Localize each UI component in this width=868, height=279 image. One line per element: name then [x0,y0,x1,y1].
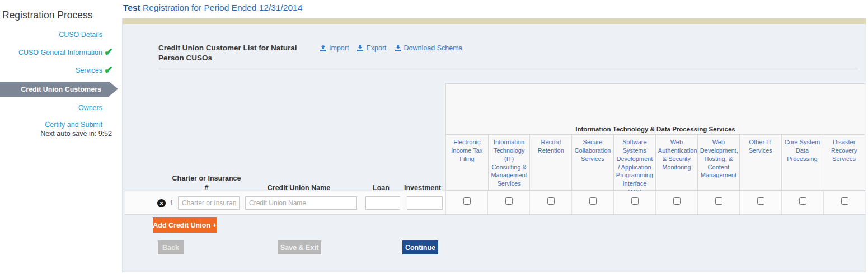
continue-button[interactable]: Continue [402,240,438,254]
download-icon [395,45,402,52]
service-checkbox[interactable] [463,197,471,205]
download-schema-link[interactable]: Download Schema [395,44,463,52]
sidebar-item-credit-union-customers[interactable]: Credit Union Customers [0,82,109,97]
credit-union-customers-panel: Credit Union Customer List for Natural P… [122,18,866,272]
service-checkbox[interactable] [631,197,639,205]
column-header-service: Core System Data Processing [781,135,823,190]
investment-input[interactable] [407,196,443,210]
service-checkbox[interactable] [589,197,597,205]
table-row: ✕ 1 [125,191,865,215]
import-label: Import [329,44,349,52]
service-checkbox-cell [697,191,739,214]
column-header-service: Record Retention [529,135,571,190]
import-icon [320,45,327,52]
column-header-service: Other IT Services [739,135,781,190]
service-checkbox[interactable] [757,197,764,205]
column-header-service: Web Development, Hosting, & Content Mana… [697,135,739,190]
service-checkbox-cell [613,191,655,214]
service-checkboxes [445,191,865,214]
page-title: Test Registration for Period Ended 12/31… [123,3,302,13]
export-label: Export [366,44,386,52]
back-button[interactable]: Back [158,240,184,254]
service-checkbox-cell [823,191,865,214]
save-and-exit-button[interactable]: Save & Exit [278,240,321,254]
sidebar-item-cuso-general-information[interactable]: CUSO General Information [0,49,102,56]
service-checkbox-cell [487,191,529,214]
export-icon [356,45,364,52]
import-link[interactable]: Import [320,44,349,52]
checkmark-icon: ✔ [104,67,119,74]
panel-actions: Import Export Download Schema [320,44,463,52]
service-checkbox[interactable] [547,197,555,205]
services-header-block: Information Technology & Data Processing… [445,83,865,191]
download-schema-label: Download Schema [404,44,463,52]
cuso-registration-page: Registration Process CUSO Details CUSO G… [0,0,868,279]
column-header-service: Secure Collaboration Services [571,135,613,190]
panel-heading: Credit Union Customer List for Natural P… [158,43,318,63]
service-checkbox[interactable] [841,197,848,205]
service-checkbox[interactable] [673,197,681,205]
service-checkbox-cell [445,191,487,214]
remove-row-icon[interactable]: ✕ [157,199,166,207]
column-header-service: Electronic Income Tax Filing [446,135,488,190]
sidebar-item-services[interactable]: Services [0,67,102,74]
autosave-countdown: Next auto save in: 9:52 [0,130,112,138]
loan-input[interactable] [365,196,400,210]
registration-process-sidebar: Registration Process CUSO Details CUSO G… [0,0,122,279]
column-header-service: Software Systems Development / Applicati… [613,135,655,190]
services-group-header: Information Technology & Data Processing… [446,84,865,135]
add-credit-union-button[interactable]: Add Credit Union + [153,217,217,233]
divider [158,69,858,69]
sidebar-item-owners[interactable]: Owners [0,104,102,112]
column-header-service: Disaster Recovery Services [823,135,865,190]
service-checkbox-cell [529,191,571,214]
row-number: 1 [170,198,173,207]
page-title-test: Test [123,3,140,12]
sidebar-title: Registration Process [2,10,92,21]
service-checkbox-cell [781,191,823,214]
column-header-charter: Charter or Insurance # [170,174,243,192]
service-checkbox-cell [571,191,613,214]
sidebar-item-certify-and-submit[interactable]: Certify and Submit [0,121,102,129]
column-header-service: Web Authentication & Security Monitoring [655,135,697,190]
panel-top-bar [123,18,866,24]
page-title-period: Registration for Period Ended 12/31/2014 [140,3,303,12]
service-checkbox[interactable] [715,197,722,205]
export-link[interactable]: Export [356,44,386,52]
service-checkbox[interactable] [505,197,513,205]
service-checkbox-cell [655,191,697,214]
credit-union-name-input[interactable] [245,196,357,210]
charter-or-insurance-input[interactable] [178,196,240,210]
column-header-service: Information Technology (IT) Consulting &… [488,135,530,190]
sidebar-item-cuso-details[interactable]: CUSO Details [0,31,102,39]
service-checkbox[interactable] [799,197,806,205]
checkmark-icon: ✔ [104,49,119,56]
service-checkbox-cell [739,191,781,214]
services-column-headers: Electronic Income Tax Filing Information… [446,135,865,190]
